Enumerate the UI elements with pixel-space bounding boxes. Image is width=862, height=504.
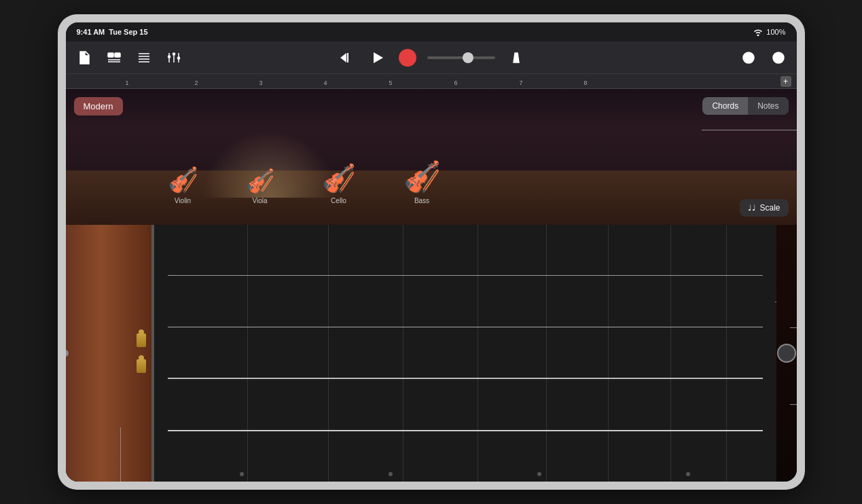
bottom-left-callout — [120, 427, 121, 482]
instruments-row: 🎻 Violin 🎻 Viola 🎻 Cello 🎻 Bass — [168, 159, 441, 204]
notes-button[interactable]: Notes — [748, 97, 788, 115]
ruler-mark-4: 4 — [324, 79, 327, 86]
clock-icon — [741, 50, 756, 65]
left-callout — [120, 481, 121, 482]
instrument-violin[interactable]: 🎻 Violin — [168, 166, 198, 204]
string-4[interactable] — [168, 430, 763, 431]
svg-rect-18 — [347, 53, 348, 62]
cello-label: Cello — [331, 197, 346, 204]
help-icon — [771, 50, 786, 65]
violin-label: Violin — [175, 197, 191, 204]
toolbar — [66, 41, 797, 74]
instrument-cello[interactable]: 🎻 Cello — [322, 162, 356, 204]
right-handle — [776, 225, 797, 482]
svg-marker-19 — [374, 52, 383, 63]
ruler-mark-6: 6 — [454, 79, 458, 86]
chords-button[interactable]: Chords — [702, 97, 748, 115]
add-track-button[interactable]: + — [780, 76, 791, 87]
main-area: 🎻 Violin 🎻 Viola 🎻 Cello 🎻 Bass — [66, 89, 797, 482]
right-callout-line — [790, 327, 797, 328]
guitar-body — [66, 225, 154, 482]
svg-marker-17 — [340, 53, 346, 62]
instrument-viola[interactable]: 🎻 Viola — [246, 167, 274, 204]
wifi-icon — [753, 28, 763, 36]
tuner-2[interactable] — [137, 359, 146, 373]
play-icon — [370, 50, 385, 65]
list-icon — [137, 50, 151, 65]
status-right: 100% — [753, 28, 785, 36]
viola-icon: 🎻 — [246, 167, 274, 194]
scale-label: Scale — [759, 203, 780, 213]
guitar-tuners — [137, 334, 146, 373]
fret-dot-2 — [389, 472, 393, 476]
fretboard[interactable] — [154, 225, 776, 482]
ipad-frame: 9:41 AM Tue Sep 15 100% — [58, 14, 805, 490]
track-view-button[interactable] — [104, 48, 124, 68]
timeline-ruler: 1 2 3 4 5 6 7 8 + — [66, 74, 797, 89]
callout-right — [775, 302, 776, 302]
scale-button[interactable]: ♩♩ Scale — [740, 199, 788, 217]
strings-container — [154, 225, 776, 482]
toolbar-right — [550, 48, 789, 68]
orchestra-section: 🎻 Violin 🎻 Viola 🎻 Cello 🎻 Bass — [66, 89, 797, 225]
fret-dot-3 — [537, 472, 541, 476]
settings-button[interactable] — [738, 48, 759, 68]
toolbar-center — [312, 48, 550, 68]
fret-dot-1 — [240, 472, 244, 476]
bass-label: Bass — [414, 197, 429, 204]
volume-slider[interactable] — [427, 56, 495, 59]
fret-position-markers — [168, 472, 763, 476]
new-document-button[interactable] — [74, 48, 94, 68]
chord-notes-toggle: Chords Notes — [702, 97, 788, 115]
cello-icon: 🎻 — [322, 162, 356, 194]
ruler-mark-8: 8 — [584, 79, 588, 86]
ruler-mark-1: 1 — [126, 79, 129, 86]
svg-rect-1 — [115, 53, 120, 57]
svg-point-13 — [173, 53, 175, 55]
viola-label: Viola — [252, 197, 267, 204]
track-icon — [107, 50, 122, 65]
status-left: 9:41 AM Tue Sep 15 — [77, 28, 148, 36]
svg-point-10 — [168, 56, 170, 58]
metronome-button[interactable] — [506, 48, 526, 68]
right-callout-line-2 — [790, 404, 797, 405]
fret-dot-4 — [686, 472, 690, 476]
scroll-handle[interactable] — [777, 344, 796, 363]
time-display: 9:41 AM — [77, 28, 105, 36]
svg-point-24 — [778, 61, 778, 62]
string-2[interactable] — [168, 327, 763, 327]
scale-music-icon: ♩♩ — [748, 203, 756, 213]
callout-line-top — [702, 130, 797, 130]
record-button[interactable] — [399, 49, 416, 67]
mixer-icon — [166, 50, 181, 65]
string-3[interactable] — [168, 378, 763, 379]
list-view-button[interactable] — [134, 48, 154, 68]
date-display: Tue Sep 15 — [109, 28, 147, 36]
ruler-mark-2: 2 — [195, 79, 198, 86]
svg-point-16 — [177, 57, 179, 59]
ruler-mark-5: 5 — [389, 79, 393, 86]
ruler-mark-3: 3 — [259, 79, 263, 86]
play-button[interactable] — [367, 48, 388, 68]
metronome-icon — [509, 50, 524, 65]
violin-icon: 🎻 — [168, 166, 198, 194]
toolbar-left — [74, 48, 312, 68]
help-button[interactable] — [768, 48, 789, 68]
rewind-button[interactable] — [336, 48, 357, 68]
svg-rect-0 — [108, 53, 113, 57]
string-1[interactable] — [168, 275, 763, 276]
rewind-icon — [339, 50, 354, 65]
ipad-screen: 9:41 AM Tue Sep 15 100% — [66, 22, 797, 482]
ruler-mark-7: 7 — [520, 79, 523, 86]
instrument-bass[interactable]: 🎻 Bass — [403, 159, 441, 204]
guitar-section — [66, 225, 797, 482]
bass-icon: 🎻 — [403, 159, 441, 194]
status-bar: 9:41 AM Tue Sep 15 100% — [66, 22, 797, 41]
document-icon — [77, 50, 92, 65]
modern-button[interactable]: Modern — [74, 97, 123, 115]
mixer-button[interactable] — [164, 48, 184, 68]
tuner-1[interactable] — [137, 334, 146, 347]
battery-display: 100% — [766, 28, 785, 36]
volume-thumb — [463, 52, 473, 63]
